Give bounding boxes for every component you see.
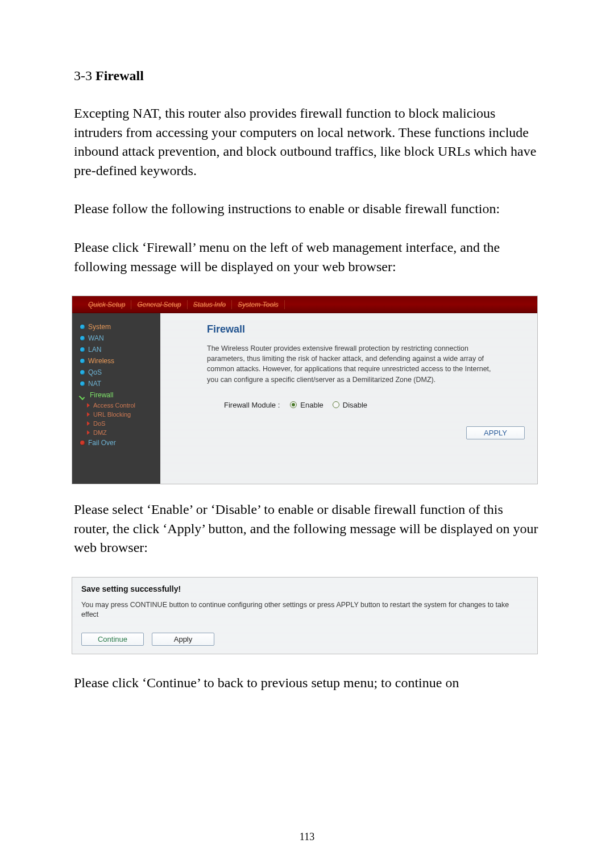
sidebar-item-label: DMZ <box>93 429 107 436</box>
paragraph: Please click ‘Continue’ to back to previ… <box>74 674 540 693</box>
arrow-icon <box>87 421 90 426</box>
sidebar-item-label: QoS <box>88 368 102 376</box>
sidebar-sub-dmz[interactable]: DMZ <box>87 428 160 437</box>
arrow-icon <box>87 403 90 408</box>
save-description: You may press CONTINUE button to continu… <box>81 600 528 620</box>
paragraph: Please click ‘Firewall’ menu on the left… <box>74 238 540 276</box>
arrow-icon <box>87 430 90 435</box>
sidebar-subitems: Access Control URL Blocking DoS DMZ <box>80 401 160 437</box>
firewall-module-row: Firewall Module : Enable Disable <box>207 401 525 409</box>
top-tab[interactable]: System Tools <box>232 301 284 309</box>
section-number: 3-3 <box>74 68 92 83</box>
sidebar-item-label: DoS <box>93 420 105 427</box>
paragraph: Please follow the following instructions… <box>74 200 540 219</box>
sidebar-item-firewall[interactable]: Firewall <box>80 389 160 401</box>
bullet-icon <box>80 325 85 329</box>
paragraph: Please select ‘Enable’ or ‘Disable’ to e… <box>74 500 540 558</box>
sidebar-item-lan[interactable]: LAN <box>80 344 160 355</box>
radio-enable[interactable] <box>290 401 297 408</box>
sidebar-item-failover[interactable]: Fail Over <box>80 437 160 448</box>
save-title: Save setting successfully! <box>81 584 528 593</box>
sidebar-sub-url-blocking[interactable]: URL Blocking <box>87 410 160 419</box>
sidebar-item-wireless[interactable]: Wireless <box>80 355 160 367</box>
section-title: 3-3 Firewall <box>74 68 540 84</box>
bullet-icon <box>80 381 85 386</box>
bullet-icon <box>80 359 85 363</box>
page-number: 113 <box>0 831 614 843</box>
paragraph: Excepting NAT, this router also provides… <box>74 104 540 180</box>
bullet-icon <box>80 336 85 340</box>
tab-divider <box>284 300 285 309</box>
sidebar-item-label: System <box>88 323 111 331</box>
panel-title: Firewall <box>207 323 525 335</box>
check-icon <box>80 392 86 398</box>
radio-disable[interactable] <box>333 401 339 408</box>
sidebar-sub-access-control[interactable]: Access Control <box>87 401 160 410</box>
apply-button[interactable]: APPLY <box>466 426 525 439</box>
module-label: Firewall Module : <box>224 401 280 409</box>
sidebar-item-label: WAN <box>88 334 104 342</box>
sidebar-item-wan[interactable]: WAN <box>80 333 160 344</box>
sidebar-item-label: Wireless <box>88 357 114 365</box>
save-buttons-row: Continue Apply <box>81 633 528 646</box>
content-panel: Firewall The Wireless Router provides ex… <box>160 313 537 484</box>
sidebar-item-nat[interactable]: NAT <box>80 378 160 389</box>
top-tab[interactable]: General Setup <box>131 301 186 309</box>
radio-disable-label: Disable <box>343 401 367 409</box>
sidebar-item-system[interactable]: System <box>80 321 160 333</box>
sidebar-item-label: NAT <box>88 380 101 388</box>
sidebar-item-label: Access Control <box>93 402 135 409</box>
top-tab[interactable]: Status Info <box>188 301 231 309</box>
top-tab[interactable]: Quick Setup <box>82 301 131 309</box>
sidebar: System WAN LAN Wireless QoS NAT <box>72 313 160 484</box>
sidebar-item-label: LAN <box>88 346 101 354</box>
section-name: Firewall <box>96 68 144 83</box>
sidebar-item-label: URL Blocking <box>93 411 131 418</box>
sidebar-sub-dos[interactable]: DoS <box>87 419 160 428</box>
top-tab-bar: Quick Setup General Setup Status Info Sy… <box>72 296 537 313</box>
router-admin-screenshot: Quick Setup General Setup Status Info Sy… <box>72 296 538 484</box>
arrow-icon <box>87 412 90 417</box>
bullet-icon <box>80 370 85 375</box>
sidebar-item-qos[interactable]: QoS <box>80 367 160 378</box>
bullet-icon <box>80 441 85 445</box>
save-dialog-screenshot: Save setting successfully! You may press… <box>72 577 538 654</box>
panel-description: The Wireless Router provides extensive f… <box>207 343 503 385</box>
sidebar-item-label: Fail Over <box>88 439 116 447</box>
bullet-icon <box>80 347 85 352</box>
sidebar-item-label: Firewall <box>90 391 113 399</box>
apply-button[interactable]: Apply <box>152 633 214 646</box>
continue-button[interactable]: Continue <box>81 633 144 646</box>
radio-enable-label: Enable <box>300 401 323 409</box>
